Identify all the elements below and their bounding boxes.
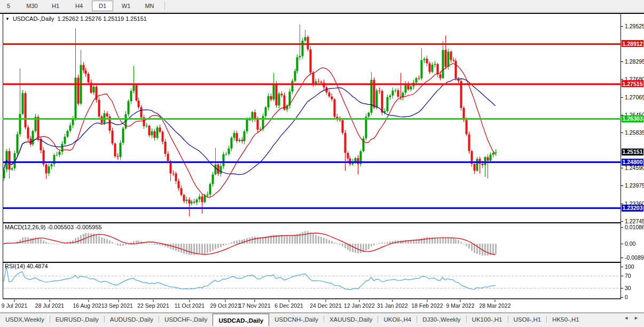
- indicator-tick-mark: [621, 297, 623, 298]
- date-tick-label: 9 Mar 2022: [446, 302, 474, 309]
- tab-scroll-arrows: ◄►: [624, 313, 644, 321]
- tab-ukoil-h4[interactable]: UKOil-,H4: [378, 313, 417, 324]
- rsi-label: RSI(14) 40.4874: [5, 263, 48, 269]
- date-tick-mark: [190, 300, 190, 302]
- tab-uk100-h1[interactable]: UK100-,H1: [467, 313, 508, 324]
- price-tick-mark: [621, 61, 623, 62]
- timeframe-button-5[interactable]: 5: [0, 1, 19, 11]
- tab-usdcad-daily[interactable]: USDCAD-,Daily: [213, 314, 269, 326]
- macd-label: MACD(12,26,9) -0.005503 -0.005955: [5, 224, 102, 230]
- tab-scroll-left-icon[interactable]: ◄: [624, 315, 629, 321]
- price-tick-label: 1.27065: [625, 94, 644, 100]
- date-tick-mark: [359, 300, 360, 302]
- mt4-terminal: { "toolbar": { "timeframes": [ {"label":…: [0, 0, 644, 327]
- tab-usdcnh-daily[interactable]: USDCNH-,Daily: [269, 313, 324, 324]
- date-tick-mark: [89, 300, 89, 302]
- indicator-tick-label: 30: [625, 285, 631, 291]
- indicator-tick-label: 100: [625, 263, 634, 270]
- chart-plot-area[interactable]: [3, 14, 621, 299]
- tab-usdx-weekly[interactable]: USDX,Weekly: [0, 313, 50, 324]
- date-tick-mark: [119, 300, 119, 302]
- indicator-tick-label: 0: [625, 294, 628, 300]
- symbol-tab-bar: USDX,WeeklyEURUSD-,DailyAUDUSD-,DailyUSD…: [0, 313, 644, 327]
- indicator-tick-mark: [621, 258, 623, 258]
- indicator-tick-label: -0.008974: [625, 254, 644, 261]
- indicator-tick-label: 0.010869: [625, 224, 644, 230]
- date-tick-mark: [326, 300, 326, 302]
- timeframe-button-D1[interactable]: D1: [92, 1, 113, 11]
- price-line-label-1.23203: 1.23203: [622, 205, 643, 212]
- price-chart-canvas[interactable]: [3, 14, 621, 299]
- price-tick-label: 1.24590: [625, 165, 644, 171]
- date-tick-label: 12 Jan 2022: [344, 302, 375, 309]
- price-tick-mark: [621, 97, 623, 98]
- indicator-tick-label: 70: [625, 272, 631, 279]
- date-tick-label: 9 Jul 2021: [2, 302, 27, 309]
- price-tick-mark: [621, 204, 623, 204]
- indicator-tick-mark: [621, 244, 623, 244]
- date-tick-label: 31 Jan 2022: [377, 302, 408, 309]
- date-tick-mark: [50, 300, 50, 302]
- price-tick-label: 1.28295: [625, 58, 644, 65]
- date-tick-label: 17 Nov 2021: [239, 302, 271, 309]
- timeframe-button-H1[interactable]: H1: [45, 1, 66, 11]
- date-tick-mark: [392, 300, 393, 302]
- toolbar-separator: [164, 2, 165, 10]
- tab-xauusd-daily[interactable]: XAUUSD-,Daily: [324, 313, 378, 324]
- price-line-label-1.26303: 1.26303: [622, 115, 643, 122]
- chart-ohlc-values: 1.25262 1.25276 1.25119 1.25151: [58, 15, 147, 22]
- date-tick-label: 6 Dec 2021: [274, 302, 303, 309]
- price-axis[interactable]: 1.295251.282951.276801.270651.264501.258…: [621, 14, 644, 299]
- timeframe-button-MN[interactable]: MN: [139, 1, 160, 11]
- date-tick-mark: [225, 300, 226, 302]
- date-tick-label: 24 Dec 2021: [310, 302, 342, 309]
- timeframe-button-W1[interactable]: W1: [115, 1, 137, 11]
- date-tick-label: 16 Aug 2021: [73, 302, 105, 309]
- date-tick-mark: [14, 300, 15, 302]
- date-tick-mark: [427, 300, 428, 302]
- date-tick-mark: [153, 300, 154, 302]
- price-tick-label: 1.25835: [625, 129, 644, 136]
- price-tick-mark: [621, 168, 623, 168]
- indicator-tick-label: 0.00: [625, 240, 635, 247]
- tab-eurusd-daily[interactable]: EURUSD-,Daily: [50, 313, 104, 324]
- price-tick-label: 1.29525: [625, 23, 644, 29]
- date-tick-label: 11 Oct 2021: [175, 302, 205, 309]
- price-tick-mark: [621, 185, 623, 186]
- date-axis[interactable]: 9 Jul 202128 Jul 202116 Aug 20213 Sep 20…: [3, 300, 621, 312]
- indicator-tick-mark: [621, 227, 623, 228]
- indicator-tick-mark: [621, 267, 623, 267]
- price-line-label-1.24800: 1.24800: [622, 159, 643, 166]
- timeframe-button-M30[interactable]: M30: [21, 1, 43, 11]
- date-tick-label: 22 Sep 2021: [137, 302, 169, 309]
- tab-dj30-weekly[interactable]: DJ30-,Weekly: [417, 313, 466, 324]
- chart-symbol-label: USDCAD-,Daily: [13, 15, 54, 22]
- price-line-label-1.27515: 1.27515: [622, 80, 643, 87]
- tab-scroll-right-icon[interactable]: ►: [634, 315, 639, 321]
- date-tick-label: 3 Sep 2021: [104, 302, 133, 309]
- date-tick-label: 28 Jul 2021: [35, 302, 64, 309]
- price-line-label-1.25151: 1.25151: [622, 149, 643, 155]
- indicator-tick-mark: [621, 288, 623, 289]
- date-tick-label: 29 Oct 2021: [210, 302, 240, 309]
- chart-title: ▼ USDCAD-,Daily 1.25262 1.25276 1.25119 …: [5, 15, 147, 22]
- indicator-tick-mark: [621, 276, 623, 276]
- price-tick-mark: [621, 26, 623, 27]
- date-tick-mark: [255, 300, 255, 302]
- date-tick-mark: [460, 300, 461, 302]
- price-line-label-1.28912: 1.28912: [622, 40, 643, 47]
- price-tick-mark: [621, 133, 623, 133]
- tab-audusd-daily[interactable]: AUDUSD-,Daily: [105, 313, 159, 324]
- date-tick-label: 18 Feb 2022: [412, 302, 443, 309]
- tab-hk50-h1[interactable]: HK50-,H1: [547, 313, 585, 324]
- tab-usoil-h1[interactable]: USOil-,H1: [508, 313, 547, 324]
- chevron-down-icon[interactable]: ▼: [5, 16, 10, 22]
- price-tick-label: 1.23975: [625, 182, 644, 189]
- date-tick-label: 28 Mar 2022: [480, 302, 511, 309]
- timeframe-button-H4[interactable]: H4: [68, 1, 90, 11]
- tab-usdchf-daily[interactable]: USDCHF-,Daily: [159, 313, 213, 324]
- date-tick-mark: [495, 300, 496, 302]
- timeframe-buttons: 5M30H1H4D1W1MN: [0, 1, 161, 11]
- price-tick-mark: [621, 79, 623, 80]
- date-tick-mark: [289, 300, 289, 302]
